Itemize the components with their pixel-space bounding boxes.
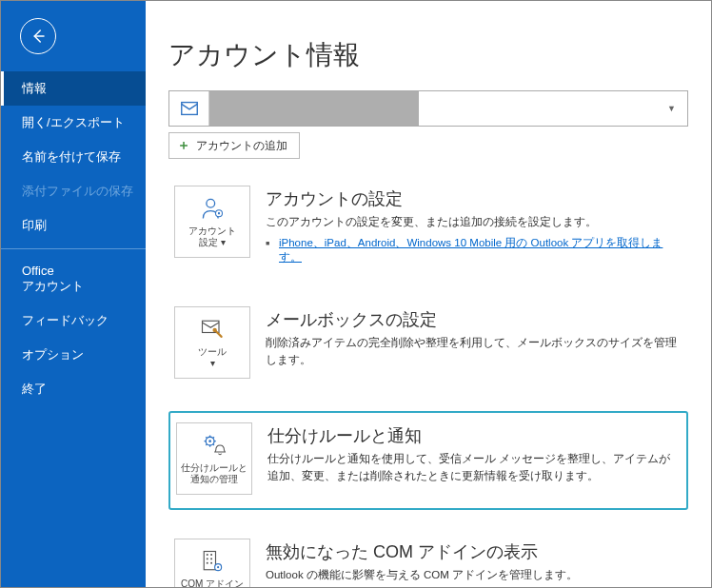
svg-point-16 <box>217 566 219 568</box>
svg-rect-0 <box>181 103 197 115</box>
section-com-addins: COM アドイン の管理 無効になった COM アドインの表示 Outlook … <box>168 529 688 587</box>
add-account-button[interactable]: ＋ アカウントの追加 <box>168 132 300 159</box>
account-dropdown-arrow[interactable]: ▼ <box>419 91 687 126</box>
user-gear-icon <box>198 195 227 222</box>
tile-com-addins[interactable]: COM アドイン の管理 <box>174 539 250 587</box>
sidebar-item-options[interactable]: オプション <box>1 338 146 372</box>
tile-label: アカウント 設定 ▾ <box>187 225 238 248</box>
add-account-label: アカウントの追加 <box>196 138 287 154</box>
sidebar-item-save-as[interactable]: 名前を付けて保存 <box>1 140 146 174</box>
account-name-masked <box>209 91 419 126</box>
building-gear-icon <box>198 548 227 575</box>
svg-point-7 <box>208 441 211 443</box>
back-arrow-icon <box>30 28 47 45</box>
section-title: 仕分けルールと通知 <box>267 424 681 447</box>
back-button[interactable] <box>20 18 56 54</box>
sidebar-item-office-account[interactable]: Office アカウント <box>1 255 146 304</box>
page-title: アカウント情報 <box>168 37 688 73</box>
section-desc: 仕分けルールと通知を使用して、受信メール メッセージを整理し、アイテムが追加、変… <box>267 451 681 484</box>
svg-point-3 <box>218 212 220 214</box>
svg-point-1 <box>207 199 215 207</box>
svg-rect-11 <box>207 559 208 560</box>
tile-label: ツール ▾ <box>196 346 228 369</box>
svg-rect-12 <box>210 559 212 560</box>
section-title: アカウントの設定 <box>266 187 682 210</box>
sidebar-item-open-export[interactable]: 開く/エクスポート <box>1 106 146 140</box>
gear-bell-icon <box>200 432 228 459</box>
svg-rect-9 <box>207 554 208 556</box>
sidebar-divider <box>1 248 146 249</box>
sidebar-item-exit[interactable]: 終了 <box>1 372 146 406</box>
svg-rect-10 <box>210 554 212 556</box>
account-icon-box <box>169 91 209 126</box>
envelope-wrench-icon <box>198 316 227 343</box>
section-title: メールボックスの設定 <box>266 308 682 331</box>
plus-icon: ＋ <box>177 137 190 154</box>
section-link-item: iPhone、iPad、Android、Windows 10 Mobile 用の… <box>279 236 682 265</box>
section-desc: 削除済みアイテムの完全削除や整理を利用して、メールボックスのサイズを管理します。 <box>266 335 682 368</box>
tile-label: COM アドイン の管理 <box>179 578 246 587</box>
sidebar-item-print[interactable]: 印刷 <box>1 208 146 243</box>
section-account-settings: アカウント 設定 ▾ アカウントの設定 このアカウントの設定を変更、または追加の… <box>168 176 688 278</box>
sidebar: 情報 開く/エクスポート 名前を付けて保存 添付ファイルの保存 印刷 Offic… <box>1 1 146 587</box>
tile-tools[interactable]: ツール ▾ <box>174 306 250 379</box>
section-desc: Outlook の機能に影響を与える COM アドインを管理します。 <box>266 567 682 583</box>
section-rules-alerts: 仕分けルールと 通知の管理 仕分けルールと通知 仕分けルールと通知を使用して、受… <box>168 411 688 510</box>
tile-account-settings[interactable]: アカウント 設定 ▾ <box>174 186 250 258</box>
svg-rect-13 <box>207 562 208 564</box>
sidebar-item-info[interactable]: 情報 <box>1 71 146 106</box>
mail-icon <box>179 98 200 119</box>
svg-rect-8 <box>204 552 215 570</box>
outlook-app-link[interactable]: iPhone、iPad、Android、Windows 10 Mobile 用の… <box>279 237 663 263</box>
tile-label: 仕分けルールと 通知の管理 <box>179 462 249 485</box>
sidebar-item-feedback[interactable]: フィードバック <box>1 304 146 338</box>
tile-rules-alerts[interactable]: 仕分けルールと 通知の管理 <box>176 422 252 495</box>
section-mailbox-settings: ツール ▾ メールボックスの設定 削除済みアイテムの完全削除や整理を利用して、メ… <box>168 297 688 392</box>
account-selector[interactable]: ▼ <box>168 90 688 127</box>
chevron-down-icon: ▼ <box>667 104 676 113</box>
sidebar-item-save-attachments: 添付ファイルの保存 <box>1 174 146 208</box>
section-title: 無効になった COM アドインの表示 <box>266 540 682 563</box>
main-content: アカウント情報 ▼ ＋ アカウントの追加 <box>146 1 711 587</box>
section-desc: このアカウントの設定を変更、または追加の接続を設定します。 <box>266 214 682 230</box>
svg-rect-14 <box>210 562 212 564</box>
svg-point-5 <box>212 328 216 332</box>
